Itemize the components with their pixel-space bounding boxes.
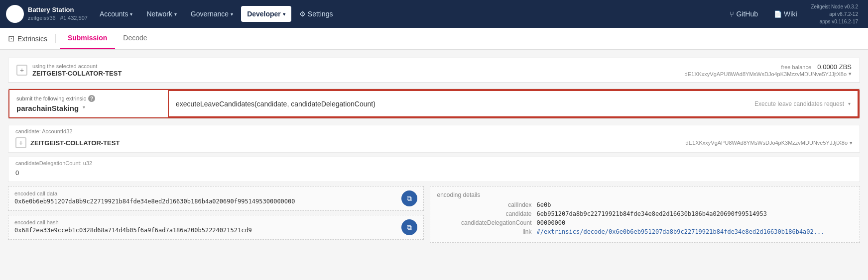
param-candidate-left: + ZEITGEIST-COLLATOR-TEST <box>15 137 120 148</box>
candidate-expand-button[interactable]: + <box>15 137 26 148</box>
param-candidate-label: candidate: AccountId32 <box>8 125 860 135</box>
subnav-section: ⊡ Extrinsics <box>8 34 56 43</box>
chevron-down-icon: ▾ <box>231 11 233 17</box>
call-data-label: encoded call data <box>14 190 295 196</box>
encoding-details-title: encoding details <box>437 191 853 198</box>
nav-accounts[interactable]: Accounts ▾ <box>94 6 139 22</box>
encoded-left: encoded call data 0x6e0b6eb951207da8b9c2… <box>8 186 424 243</box>
brand[interactable]: ◎ Battery Station zeitgeist/36 #1,432,50… <box>6 5 88 23</box>
tab-decode[interactable]: Decode <box>115 28 155 49</box>
delegation-count-encoding-value: 00000000 <box>537 219 566 226</box>
copy-call-hash-button[interactable]: ⧉ <box>401 219 417 235</box>
delegation-count-label: candidateDelegationCount <box>437 219 537 226</box>
copy-icon: ⧉ <box>407 194 412 203</box>
extrinsic-function-selector[interactable]: executeLeaveCandidates(candidate, candid… <box>169 90 859 117</box>
brand-sub: zeitgeist/36 #1,432,507 <box>28 14 88 21</box>
encoding-details: encoding details callIndex 6e0b candidat… <box>430 186 861 243</box>
module-value: parachainStaking <box>16 104 79 112</box>
encoding-row-callindex: callIndex 6e0b <box>437 201 853 208</box>
top-nav: ◎ Battery Station zeitgeist/36 #1,432,50… <box>0 0 868 28</box>
wiki-icon: 📄 <box>774 10 782 18</box>
main-content: + using the selected account ZEITGEIST-C… <box>0 50 868 280</box>
candidate-info: ZEITGEIST-COLLATOR-TEST <box>30 139 120 147</box>
account-selector-row: + using the selected account ZEITGEIST-C… <box>8 58 860 83</box>
brand-logo: ◎ <box>6 5 24 23</box>
account-expand-button[interactable]: + <box>16 65 27 76</box>
chevron-down-icon: ▾ <box>849 71 852 77</box>
account-name: ZEITGEIST-COLLATOR-TEST <box>32 70 122 77</box>
candidate-name: ZEITGEIST-COLLATOR-TEST <box>30 139 120 147</box>
copy-call-data-button[interactable]: ⧉ <box>401 190 417 206</box>
version-info: Zeitgeist Node v0.3.2 api v8.7.2-12 apps… <box>807 3 863 25</box>
nav-settings[interactable]: ⚙ Settings <box>293 6 339 22</box>
link-value[interactable]: #/extrinsics/decode/0x6e0b6eb951207da8b9… <box>537 228 825 235</box>
nav-right: ⑂ GitHub 📄 Wiki Zeitgeist Node v0.3.2 ap… <box>724 3 862 25</box>
candidate-label: candidate <box>437 210 537 217</box>
call-hash-value: 0x68f2ea33e9cceb1c0328d68a714d4b05f6a9f6… <box>14 227 252 234</box>
github-icon: ⑂ <box>730 10 734 18</box>
github-link[interactable]: ⑂ GitHub <box>724 6 764 22</box>
account-info: using the selected account ZEITGEIST-COL… <box>32 63 122 77</box>
param-candidate: candidate: AccountId32 + ZEITGEIST-COLLA… <box>8 125 860 153</box>
chevron-down-icon: ▾ <box>850 140 853 146</box>
delegation-count-value: 0 <box>15 169 19 177</box>
tab-submission[interactable]: Submission <box>60 28 115 49</box>
brand-name: Battery Station <box>28 6 88 14</box>
wiki-link[interactable]: 📄 Wiki <box>768 6 803 22</box>
call-hash-label: encoded call hash <box>14 219 252 225</box>
encoded-section: encoded call data 0x6e0b6eb951207da8b9c2… <box>8 186 860 243</box>
account-right: free balance 0.0000 ZBS dE1XKxxyVgAPU8WA… <box>685 63 852 77</box>
gear-icon: ⚙ <box>299 10 306 18</box>
account-address: dE1XKxxyVgAPU8WAd8YMsWsDJo4pK3MzzvMDUNve… <box>685 71 852 77</box>
call-data-content: encoded call data 0x6e0b6eb951207da8b9c2… <box>14 190 295 205</box>
brand-text: Battery Station zeitgeist/36 #1,432,507 <box>28 6 88 21</box>
module-select[interactable]: parachainStaking ▾ <box>16 102 161 112</box>
candidate-encoding-value: 6eb951207da8b9c22719921b84fde34e8ed2d166… <box>537 210 767 217</box>
function-value: executeLeaveCandidates(candidate, candid… <box>176 100 375 108</box>
free-balance-label: free balance 0.0000 ZBS <box>685 63 852 71</box>
extrinsics-icon: ⊡ <box>8 34 14 43</box>
param-delegation-label: candidateDelegationCount: u32 <box>8 157 860 167</box>
extrinsic-form: submit the following extrinsic ? paracha… <box>8 89 860 119</box>
chevron-down-icon: ▾ <box>283 11 285 17</box>
nav-developer[interactable]: Developer ▾ <box>241 6 291 22</box>
chevron-down-icon: ▾ <box>848 101 851 106</box>
chevron-down-icon: ▾ <box>83 104 85 110</box>
callindex-value: 6e0b <box>537 201 551 208</box>
extrinsics-decode-link[interactable]: #/extrinsics/decode/0x6e0b6eb951207da8b9… <box>537 228 825 235</box>
chevron-down-icon: ▾ <box>130 11 132 17</box>
using-label: using the selected account <box>32 63 122 69</box>
extrinsic-description: Execute leave candidates request ▾ <box>754 100 851 107</box>
call-data-value: 0x6e0b6eb951207da8b9c22719921b84fde34e8e… <box>14 198 295 205</box>
encoding-row-link: link #/extrinsics/decode/0x6e0b6eb951207… <box>437 228 853 235</box>
encoding-table: callIndex 6e0b candidate 6eb951207da8b9c… <box>437 201 853 235</box>
nav-network[interactable]: Network ▾ <box>140 6 182 22</box>
help-icon: ? <box>88 95 95 102</box>
extrinsic-top: submit the following extrinsic ? paracha… <box>8 89 860 118</box>
nav-governance[interactable]: Governance ▾ <box>185 6 239 22</box>
sub-nav: ⊡ Extrinsics Submission Decode <box>0 28 868 50</box>
param-candidate-body: + ZEITGEIST-COLLATOR-TEST dE1XKxxyVgAPU8… <box>8 135 860 152</box>
callindex-label: callIndex <box>437 201 537 208</box>
link-label: link <box>437 228 537 235</box>
account-left: + using the selected account ZEITGEIST-C… <box>16 63 122 77</box>
call-hash-box: encoded call hash 0x68f2ea33e9cceb1c0328… <box>8 215 424 240</box>
extrinsic-module-selector[interactable]: submit the following extrinsic ? paracha… <box>9 90 169 117</box>
encoding-row-candidate: candidate 6eb951207da8b9c22719921b84fde3… <box>437 210 853 217</box>
call-data-box: encoded call data 0x6e0b6eb951207da8b9c2… <box>8 186 424 211</box>
param-delegation-body: 0 <box>8 167 860 182</box>
extrinsic-label: submit the following extrinsic ? <box>16 95 161 102</box>
copy-icon: ⧉ <box>407 223 412 232</box>
param-delegation-count: candidateDelegationCount: u32 0 <box>8 157 860 182</box>
call-hash-content: encoded call hash 0x68f2ea33e9cceb1c0328… <box>14 219 252 234</box>
chevron-down-icon: ▾ <box>174 11 177 17</box>
encoding-row-delegationcount: candidateDelegationCount 00000000 <box>437 219 853 226</box>
candidate-address: dE1XKxxyVgAPU8WAd8YMsWsDJo4pK3MzzvMDUNve… <box>686 140 853 146</box>
